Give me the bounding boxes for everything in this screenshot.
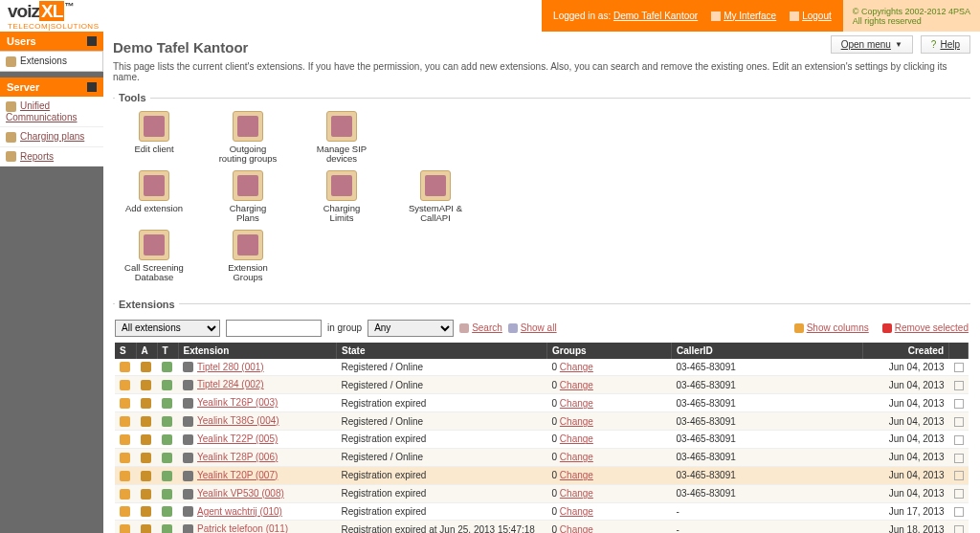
groups-cell: 0 Change — [547, 412, 672, 431]
change-groups-link[interactable]: Change — [560, 362, 593, 372]
extension-link[interactable]: Yealink T28P (006) — [197, 452, 278, 462]
row-checkbox[interactable] — [954, 454, 964, 463]
change-groups-link[interactable]: Change — [560, 452, 593, 462]
change-groups-link[interactable]: Change — [560, 524, 593, 533]
type-badge — [162, 434, 172, 445]
table-row: Patrick telefoon (011)Registration expir… — [115, 521, 969, 533]
col-extension[interactable]: Extension — [178, 343, 337, 359]
tool-systemapi[interactable]: SystemAPI & CallAPI — [406, 170, 465, 224]
api-icon — [420, 170, 451, 201]
col-s[interactable]: S — [115, 343, 136, 359]
tool-charging-plans[interactable]: Charging Plans — [218, 170, 278, 224]
search-link[interactable]: Search — [459, 322, 502, 333]
sidebar-item-extensions[interactable]: Extensions — [0, 51, 103, 72]
state-cell: Registration expired — [337, 484, 547, 502]
table-row: Yealink T28P (006)Registered / Online0 C… — [115, 448, 969, 466]
phone-icon — [183, 362, 193, 372]
sip-devices-icon — [326, 111, 357, 142]
created-cell: Jun 18, 2013 — [863, 521, 949, 533]
extension-link[interactable]: Yealink VP530 (008) — [197, 488, 284, 499]
tool-charging-limits[interactable]: Charging Limits — [312, 170, 371, 224]
row-checkbox[interactable] — [954, 417, 964, 427]
filter-type-select[interactable]: All extensions — [115, 320, 220, 337]
groups-cell: 0 Change — [547, 521, 672, 533]
col-t[interactable]: T — [157, 343, 178, 359]
row-checkbox[interactable] — [954, 399, 964, 409]
sidebar-item-unified[interactable]: Unified Communications — [0, 97, 103, 127]
charging-plans-icon — [233, 170, 263, 201]
extension-link[interactable]: Patrick telefoon (011) — [197, 523, 288, 533]
callerid-cell: 03-465-83091 — [672, 431, 863, 449]
tool-manage-sip[interactable]: Manage SIP devices — [312, 111, 371, 165]
change-groups-link[interactable]: Change — [560, 470, 593, 480]
charging-icon — [6, 132, 16, 143]
change-groups-link[interactable]: Change — [560, 433, 593, 444]
row-checkbox[interactable] — [954, 489, 964, 499]
col-state[interactable]: State — [337, 343, 547, 359]
col-a[interactable]: A — [136, 343, 157, 359]
edit-client-icon — [139, 111, 169, 142]
row-checkbox[interactable] — [954, 471, 964, 480]
action-badge — [141, 453, 151, 463]
open-menu-button[interactable]: Open menu ▼ — [831, 35, 913, 54]
phone-icon — [183, 398, 193, 409]
change-groups-link[interactable]: Change — [560, 398, 593, 409]
row-checkbox[interactable] — [954, 435, 964, 445]
groups-cell: 0 Change — [547, 359, 672, 376]
row-checkbox[interactable] — [954, 363, 964, 372]
change-groups-link[interactable]: Change — [560, 488, 593, 499]
callerid-cell: 03-465-83091 — [672, 359, 863, 376]
created-cell: Jun 04, 2013 — [863, 412, 949, 431]
extension-link[interactable]: Yealink T20P (007) — [197, 470, 278, 480]
sidebar-item-reports[interactable]: Reports — [0, 147, 103, 167]
phone-icon — [183, 453, 193, 463]
state-cell: Registered / Online — [337, 412, 547, 431]
groups-cell: 0 Change — [547, 376, 672, 394]
change-groups-link[interactable]: Change — [560, 506, 593, 517]
col-check[interactable] — [949, 343, 969, 359]
extension-link[interactable]: Agent wachtrij (010) — [197, 506, 282, 517]
extension-link[interactable]: Yealink T26P (003) — [197, 397, 278, 408]
groups-cell: 0 Change — [547, 394, 672, 412]
logout-icon — [790, 11, 799, 21]
filter-group-select[interactable]: Any — [368, 320, 454, 337]
row-checkbox[interactable] — [954, 507, 964, 517]
help-button[interactable]: ? Help — [921, 35, 970, 54]
add-extension-icon — [139, 170, 169, 201]
change-groups-link[interactable]: Change — [560, 416, 593, 427]
change-groups-link[interactable]: Change — [560, 380, 593, 390]
extension-link[interactable]: Yealink T22P (005) — [197, 433, 278, 444]
col-groups[interactable]: Groups — [547, 343, 672, 359]
row-checkbox[interactable] — [954, 525, 964, 533]
show-columns-link[interactable]: Show columns — [794, 322, 869, 333]
sidebar-users-header[interactable]: Users — [0, 32, 103, 51]
col-created[interactable]: Created — [863, 343, 949, 359]
remove-selected-link[interactable]: Remove selected — [882, 322, 969, 333]
row-checkbox[interactable] — [954, 381, 964, 390]
tool-edit-client[interactable]: Edit client — [124, 111, 184, 165]
callerid-cell: 03-465-83091 — [672, 376, 863, 394]
extension-link[interactable]: Tiptel 284 (002) — [197, 379, 264, 389]
filter-search-input[interactable] — [226, 320, 322, 337]
login-name-link[interactable]: Demo Tafel Kantoor — [613, 11, 698, 21]
col-callerid[interactable]: CallerID — [672, 343, 863, 359]
tool-call-screening[interactable]: Call Screening Database — [124, 230, 184, 283]
created-cell: Jun 04, 2013 — [863, 359, 949, 376]
groups-cell: 0 Change — [547, 502, 672, 521]
tool-add-extension[interactable]: Add extension — [124, 170, 184, 224]
created-cell: Jun 04, 2013 — [863, 484, 949, 502]
sidebar-server-header[interactable]: Server — [0, 78, 103, 97]
show-all-link[interactable]: Show all — [508, 322, 557, 333]
tool-outgoing-routing[interactable]: Outgoing routing groups — [218, 111, 278, 165]
extension-link[interactable]: Tiptel 280 (001) — [197, 362, 264, 372]
phone-icon — [183, 524, 193, 533]
phone-icon — [183, 380, 193, 390]
state-cell: Registration expired — [337, 431, 547, 449]
table-row: Tiptel 284 (002)Registered / Online0 Cha… — [115, 376, 969, 394]
extension-link[interactable]: Yealink T38G (004) — [197, 415, 279, 426]
table-row: Yealink T20P (007)Registration expired0 … — [115, 466, 969, 484]
sidebar-item-charging[interactable]: Charging plans — [0, 127, 103, 147]
my-interface-link[interactable]: My Interface — [711, 11, 776, 21]
logout-link[interactable]: Logout — [790, 11, 832, 21]
tool-extension-groups[interactable]: Extension Groups — [218, 230, 278, 283]
